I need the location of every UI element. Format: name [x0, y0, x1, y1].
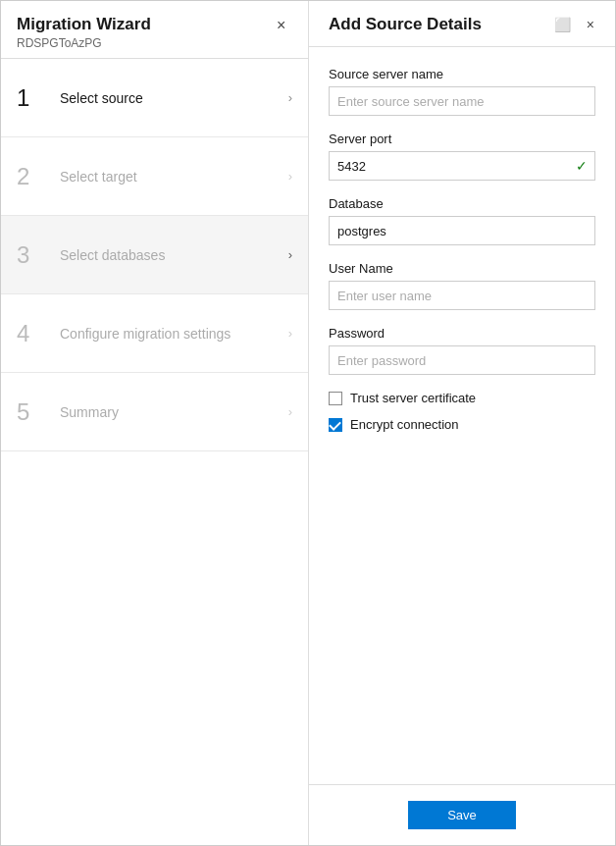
- password-group: Password: [329, 326, 595, 375]
- close-right-button[interactable]: ×: [582, 15, 599, 34]
- step-label-3: Select databases: [60, 247, 288, 263]
- close-left-button[interactable]: ×: [272, 15, 290, 36]
- encrypt-checkbox[interactable]: [329, 418, 342, 432]
- form-content: Source server name Server port ✓ Databas…: [309, 47, 615, 784]
- trust-cert-label: Trust server certificate: [350, 391, 476, 405]
- step-label-1: Select source: [60, 90, 288, 106]
- server-port-wrapper: ✓: [329, 151, 595, 181]
- wizard-subtitle: RDSPGToAzPG: [17, 36, 292, 50]
- step-item-3[interactable]: 3 Select databases ›: [1, 216, 308, 294]
- step-arrow-1: ›: [288, 90, 292, 105]
- step-label-4: Configure migration settings: [60, 326, 288, 342]
- step-label-2: Select target: [60, 169, 288, 185]
- step-arrow-4: ›: [288, 326, 292, 341]
- password-input[interactable]: [329, 345, 595, 375]
- server-port-input[interactable]: [329, 151, 595, 181]
- panel-title: Add Source Details: [329, 15, 549, 34]
- step-arrow-5: ›: [288, 404, 292, 419]
- step-list: 1 Select source › 2 Select target › 3 Se…: [1, 59, 308, 845]
- step-number-3: 3: [17, 241, 48, 269]
- database-label: Database: [329, 196, 595, 211]
- maximize-button[interactable]: ⬜: [549, 15, 576, 34]
- step-number-1: 1: [17, 84, 48, 112]
- left-header: Migration Wizard RDSPGToAzPG ×: [1, 1, 308, 59]
- right-footer: Save: [309, 784, 615, 845]
- trust-cert-group: Trust server certificate: [329, 391, 595, 405]
- right-header: Add Source Details ⬜ ×: [309, 1, 615, 47]
- username-group: User Name: [329, 261, 595, 310]
- step-item-5[interactable]: 5 Summary ›: [1, 373, 308, 451]
- encrypt-label: Encrypt connection: [350, 417, 459, 432]
- username-input[interactable]: [329, 281, 595, 310]
- trust-cert-checkbox[interactable]: [329, 392, 342, 405]
- step-arrow-3: ›: [288, 247, 292, 262]
- username-label: User Name: [329, 261, 595, 276]
- source-server-group: Source server name: [329, 67, 595, 116]
- header-icons: ⬜ ×: [549, 15, 599, 34]
- step-number-5: 5: [17, 398, 48, 426]
- left-panel: Migration Wizard RDSPGToAzPG × 1 Select …: [1, 1, 309, 845]
- encrypt-group: Encrypt connection: [329, 417, 595, 432]
- wizard-title: Migration Wizard: [17, 15, 292, 34]
- right-panel: Add Source Details ⬜ × Source server nam…: [309, 1, 615, 845]
- step-item-1[interactable]: 1 Select source ›: [1, 59, 308, 137]
- source-server-input[interactable]: [329, 86, 595, 116]
- step-number-4: 4: [17, 320, 48, 347]
- remaining-area: [1, 451, 308, 845]
- server-port-group: Server port ✓: [329, 132, 595, 181]
- save-button[interactable]: Save: [408, 801, 516, 829]
- port-check-icon: ✓: [576, 158, 588, 174]
- database-input[interactable]: [329, 216, 595, 245]
- step-number-2: 2: [17, 163, 48, 190]
- source-server-label: Source server name: [329, 67, 595, 81]
- step-label-5: Summary: [60, 404, 288, 420]
- step-item-2[interactable]: 2 Select target ›: [1, 137, 308, 216]
- password-label: Password: [329, 326, 595, 341]
- database-group: Database: [329, 196, 595, 245]
- server-port-label: Server port: [329, 132, 595, 146]
- step-arrow-2: ›: [288, 169, 292, 184]
- step-item-4[interactable]: 4 Configure migration settings ›: [1, 294, 308, 373]
